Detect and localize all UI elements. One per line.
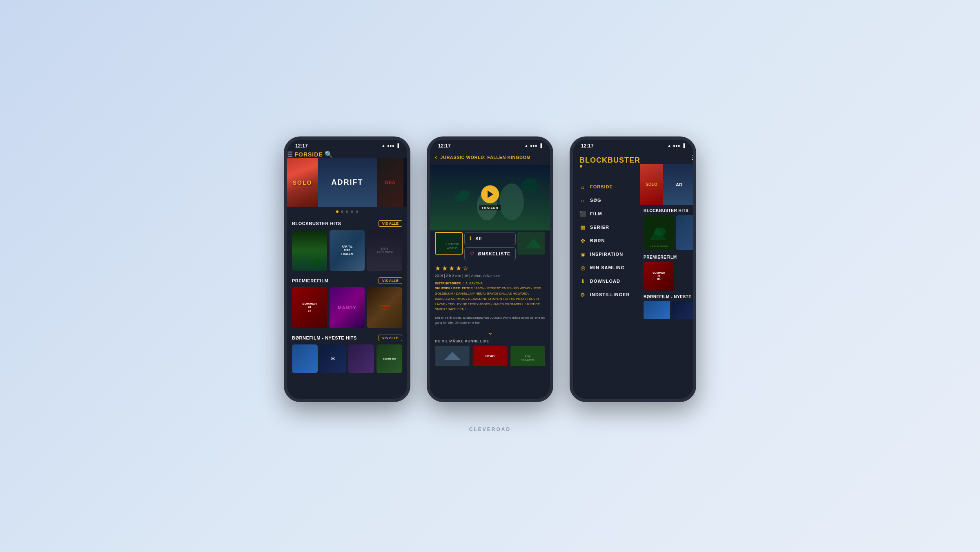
p3-solo-label: SOLO — [646, 182, 657, 187]
tv-icon: ▦ — [579, 224, 586, 230]
p3-hits-section: BLOCKBUSTER HITS JURASSIC WORLD — [640, 205, 693, 252]
movie-card-mandy[interactable]: MANDY — [330, 287, 365, 328]
sig-label: Sig det løje — [376, 344, 402, 373]
section-title-kids: BØRNEFILM - NYESTE HITS — [292, 335, 357, 340]
p3-adrift-card[interactable]: AD — [663, 164, 693, 205]
nav-item-sog[interactable]: ⌕ SØG — [579, 194, 634, 207]
logo-text: BLOCKBUSTER — [579, 156, 640, 164]
expand-button[interactable]: ⌄ — [430, 327, 550, 337]
movie-card-jurassic[interactable] — [292, 230, 327, 271]
p3-summer-card[interactable]: SUMMERof84 — [644, 262, 674, 291]
trailer-label: TRAILER — [479, 205, 501, 210]
status-time-1: 12:17 — [295, 143, 308, 149]
dc-label: DC — [320, 344, 346, 373]
thumb-2[interactable] — [517, 232, 545, 255]
kids-card-2[interactable]: DC — [320, 344, 346, 373]
vis-alle-premiere[interactable]: VIS ALLE — [379, 277, 402, 284]
dot-5[interactable] — [356, 210, 358, 213]
nav-label-sog: SØG — [590, 198, 601, 203]
battery-icon: ▐ — [396, 143, 399, 148]
dot-3[interactable] — [346, 210, 348, 213]
dot-1[interactable] — [336, 210, 339, 213]
dot-2[interactable] — [341, 210, 343, 213]
p3-solo-card[interactable]: SOLO — [640, 164, 663, 205]
person-icon: ◎ — [579, 265, 586, 271]
bulb-icon: ◉ — [579, 251, 586, 257]
p3-kids-section: BØRNEFILM - NYESTE — [640, 292, 693, 319]
nav-label-born: BØRN — [590, 238, 605, 243]
also-like-section: DU VIL MÅSKE KUNNE LIDE DEAD — [430, 337, 550, 368]
info-icon: ℹ — [470, 236, 472, 241]
play-circle[interactable] — [481, 185, 499, 203]
movie-banner: TRAILER — [430, 165, 550, 230]
nav-label-inspiration: INSPIRATION — [590, 252, 623, 257]
cast-label: SKUESPILLERE: — [435, 286, 462, 290]
nav-item-inspiration[interactable]: ◉ INSPIRATION — [579, 248, 634, 261]
p3-kids-row — [640, 301, 693, 319]
cleveroad-footer: CLEVEROAD — [469, 427, 511, 432]
section-title-premiere: PREMIEREFILM — [292, 278, 328, 283]
star-3: ★ — [449, 264, 454, 272]
vis-alle-kids[interactable]: VIS ALLE — [379, 335, 402, 341]
app-header-1: ☰ FORSIDE 🔍 — [287, 150, 407, 158]
nav-label-film: FILM — [590, 211, 602, 216]
p3-kids-card-2[interactable] — [672, 301, 693, 319]
svg-text:JURASSIC WORLD: JURASSIC WORLD — [650, 245, 668, 248]
nav-item-samling[interactable]: ◎ MIN SAMLING — [579, 261, 634, 275]
hero-carousel[interactable]: SOLO ADRIFT DEA — [287, 158, 407, 207]
search-icon-1[interactable]: 🔍 — [325, 151, 333, 158]
svg-point-3 — [499, 183, 524, 220]
menu-icon-1[interactable]: ☰ — [287, 151, 293, 158]
nav-item-born[interactable]: ✤ BØRN — [579, 234, 634, 248]
p3-second-card[interactable] — [676, 215, 693, 250]
movie-card-far[interactable]: FAR TIL FIREI DALEN — [330, 230, 365, 271]
p3-jurassic-card[interactable]: JURASSIC WORLD — [644, 215, 674, 250]
svg-text:JURASSIC: JURASSIC — [445, 243, 459, 246]
description-text: Det er tre år siden, at dinosaurparken J… — [435, 316, 545, 324]
onskeliste-button[interactable]: ♡ ØNSKELISTE — [464, 247, 516, 260]
play-button-overlay[interactable]: TRAILER — [479, 185, 501, 210]
also-card-3[interactable]: Amy SUMMER — [510, 346, 545, 366]
kids-card-3[interactable] — [348, 344, 374, 373]
nav-item-serier[interactable]: ▦ SERIER — [579, 221, 634, 234]
also-like-row: DEAD Amy SUMMER — [435, 346, 545, 366]
also-like-title: DU VIL MÅSKE KUNNE LIDE — [435, 339, 545, 343]
se-label: SE — [475, 236, 482, 241]
also-card-1[interactable] — [435, 346, 470, 366]
movie-credits: INSTRUKTØRER: J.A. BAYONA SKUESPILLERE: … — [430, 280, 550, 313]
kids-card-1[interactable] — [292, 344, 318, 373]
search-icon-nav: ⌕ — [579, 197, 586, 203]
film-icon: ⬛ — [579, 211, 586, 217]
svg-point-16 — [654, 228, 666, 236]
nav-item-film[interactable]: ⬛ FILM — [579, 207, 634, 221]
blockbuster-hits-section: BLOCKBUSTER HITS VIS ALLE FAR TIL FIREI … — [287, 216, 407, 273]
movie-card-patient[interactable]: PATIENTZERO — [367, 287, 402, 328]
solo-label: SOLO — [293, 179, 312, 186]
p3-hits-title: BLOCKBUSTER HITS — [644, 208, 693, 213]
thumb-1[interactable]: JURASSIC WORLD — [435, 232, 463, 255]
nav-item-download[interactable]: ⬇ DOWNLOAD — [579, 275, 634, 288]
kids-row: DC Sig det løje — [292, 344, 402, 373]
nav-item-forside[interactable]: ⌂ FORSIDE — [579, 180, 634, 194]
also-card-2[interactable]: DEAD — [472, 346, 508, 366]
movie-card-skyldige[interactable]: DEN SKYLDIGE — [367, 230, 402, 271]
kids-card-4[interactable]: Sig det løje — [376, 344, 402, 373]
p3-premiere-row: SUMMERof84 — [644, 262, 693, 291]
vis-alle-hits[interactable]: VIS ALLE — [379, 220, 402, 227]
dot-4[interactable] — [351, 210, 353, 213]
movies-row-premiere: SUMMERof84 MANDY PATIENTZERO — [292, 287, 402, 328]
menu-icon-3[interactable]: ☰ — [692, 154, 693, 161]
movie-card-summer[interactable]: SUMMERof84 — [292, 287, 327, 328]
heart-icon: ♡ — [470, 251, 474, 257]
back-button[interactable]: ‹ — [435, 154, 437, 161]
stars-row: ★ ★ ★ ★ ☆ — [430, 262, 550, 273]
also-svg-2: DEAD — [472, 346, 508, 366]
nav-item-indstillinger[interactable]: ⚙ INDSTILLINGER — [579, 288, 634, 302]
section-header-hits: BLOCKBUSTER HITS VIS ALLE — [292, 220, 402, 227]
se-button[interactable]: ℹ SE — [464, 232, 516, 245]
p3-kids-card-1[interactable] — [644, 301, 670, 319]
p3-kids-title: BØRNEFILM - NYESTE — [640, 292, 693, 301]
p3-movies-row: JURASSIC WORLD — [644, 215, 693, 250]
thumb-1-svg: JURASSIC WORLD — [436, 233, 463, 255]
wifi-icon: ▲ — [381, 143, 385, 148]
